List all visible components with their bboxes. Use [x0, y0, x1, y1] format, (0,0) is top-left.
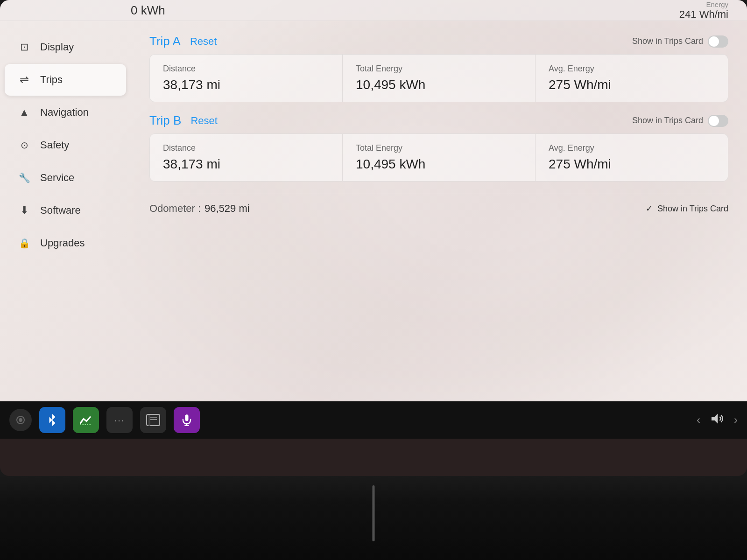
- navigation-icon: ▲: [16, 104, 33, 121]
- energy-partial: Energy 241 Wh/mi: [679, 0, 728, 21]
- sidebar: ⊡ Display ⇌ Trips ▲ Navigation ⊙ Safety …: [0, 21, 131, 439]
- content-panel: Trip A Reset Show in Trips Card Distance…: [131, 21, 747, 439]
- trip-b-reset-button[interactable]: Reset: [190, 115, 217, 127]
- trip-a-header: Trip A Reset Show in Trips Card: [149, 34, 728, 49]
- odometer-show-area: ✓ Show in Trips Card: [646, 203, 728, 214]
- odometer-label: Odometer :: [149, 203, 201, 215]
- trip-b-total-energy-label: Total Energy: [356, 143, 522, 153]
- tesla-screen: 0 kWh Energy 241 Wh/mi ⊡ Display ⇌ Trips…: [0, 0, 747, 476]
- trip-a-reset-button[interactable]: Reset: [190, 35, 217, 48]
- sidebar-item-label-trips: Trips: [40, 74, 63, 86]
- trip-a-avg-energy-label: Avg. Energy: [549, 64, 715, 74]
- odometer-show-label: Show in Trips Card: [657, 204, 728, 214]
- sidebar-item-label-navigation: Navigation: [40, 106, 89, 119]
- sidebar-item-display[interactable]: ⊡ Display: [5, 31, 126, 63]
- trip-b-avg-energy-value: 275 Wh/mi: [549, 157, 715, 172]
- trip-a-avg-energy: Avg. Energy 275 Wh/mi: [536, 55, 728, 102]
- trip-b-total-energy: Total Energy 10,495 kWh: [343, 134, 536, 181]
- display-icon: ⊡: [16, 39, 33, 56]
- sidebar-item-trips[interactable]: ⇌ Trips: [5, 64, 126, 96]
- trip-a-show-label: Show in Trips Card: [632, 36, 703, 46]
- trip-b-show-toggle-area: Show in Trips Card: [632, 115, 728, 127]
- safety-icon: ⊙: [16, 137, 33, 154]
- kwh-partial-value: 0 kWh: [131, 3, 165, 18]
- sidebar-item-label-display: Display: [40, 41, 74, 53]
- trip-a-show-toggle-area: Show in Trips Card: [632, 35, 728, 48]
- sidebar-item-service[interactable]: 🔧 Service: [5, 162, 126, 194]
- sidebar-item-software[interactable]: ⬇ Software: [5, 195, 126, 226]
- trip-a-label: Trip A: [149, 34, 181, 49]
- trip-a-distance-label: Distance: [163, 64, 329, 74]
- trip-a-total-energy-label: Total Energy: [356, 64, 522, 74]
- trip-b-distance-value: 38,173 mi: [163, 157, 329, 172]
- trip-a-distance-value: 38,173 mi: [163, 77, 329, 92]
- sidebar-item-safety[interactable]: ⊙ Safety: [5, 129, 126, 161]
- main-area: ⊡ Display ⇌ Trips ▲ Navigation ⊙ Safety …: [0, 21, 747, 439]
- trip-a-card: Distance 38,173 mi Total Energy 10,495 k…: [149, 54, 728, 102]
- screen-content: 0 kWh Energy 241 Wh/mi ⊡ Display ⇌ Trips…: [0, 0, 747, 439]
- trip-b-label: Trip B: [149, 113, 181, 128]
- odometer-value: 96,529 mi: [204, 203, 250, 215]
- sidebar-item-label-upgrades: Upgrades: [40, 237, 85, 249]
- upgrades-icon: 🔒: [16, 235, 33, 252]
- top-partial-row: 0 kWh Energy 241 Wh/mi: [0, 0, 747, 21]
- odometer-section: Odometer : 96,529 mi ✓ Show in Trips Car…: [149, 193, 728, 224]
- sidebar-item-upgrades[interactable]: 🔒 Upgrades: [5, 227, 126, 259]
- odometer-checkmark: ✓: [646, 203, 653, 214]
- trip-b-distance-label: Distance: [163, 143, 329, 153]
- trip-b-toggle[interactable]: [708, 115, 728, 127]
- trip-a-total-energy: Total Energy 10,495 kWh: [343, 55, 536, 102]
- trip-a-toggle[interactable]: [708, 35, 728, 48]
- trip-b-show-label: Show in Trips Card: [632, 116, 703, 126]
- sidebar-item-label-safety: Safety: [40, 139, 69, 151]
- sidebar-item-label-software: Software: [40, 204, 81, 217]
- energy-partial-value: 241 Wh/mi: [679, 8, 728, 21]
- service-icon: 🔧: [16, 169, 33, 186]
- software-icon: ⬇: [16, 202, 33, 219]
- trip-b-avg-energy: Avg. Energy 275 Wh/mi: [536, 134, 728, 181]
- trips-icon: ⇌: [16, 71, 33, 88]
- sidebar-item-label-service: Service: [40, 172, 74, 184]
- energy-partial-label: Energy: [706, 0, 728, 8]
- physical-frame: [0, 476, 747, 560]
- trip-a-total-energy-value: 10,495 kWh: [356, 77, 522, 92]
- trip-a-distance: Distance 38,173 mi: [150, 55, 343, 102]
- trip-b-header: Trip B Reset Show in Trips Card: [149, 113, 728, 128]
- trip-b-card: Distance 38,173 mi Total Energy 10,495 k…: [149, 133, 728, 182]
- sidebar-item-navigation[interactable]: ▲ Navigation: [5, 97, 126, 128]
- trip-b-total-energy-value: 10,495 kWh: [356, 157, 522, 172]
- trip-b-avg-energy-label: Avg. Energy: [549, 143, 715, 153]
- mount-post: [372, 485, 375, 541]
- trip-b-distance: Distance 38,173 mi: [150, 134, 343, 181]
- trip-a-avg-energy-value: 275 Wh/mi: [549, 77, 715, 92]
